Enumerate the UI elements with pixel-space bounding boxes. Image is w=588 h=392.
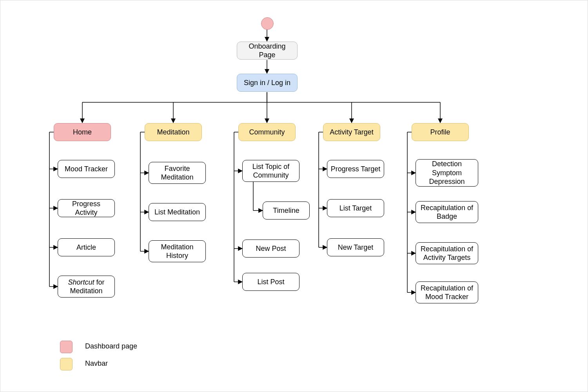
shortcut-italic: Shortcut — [68, 278, 94, 286]
node-new-target: New Target — [327, 238, 384, 256]
node-mood-tracker: Mood Tracker — [58, 160, 115, 178]
node-list-topic-community: List Topic of Community — [242, 160, 299, 182]
node-detection-symptom: Detection Symptom Depression — [416, 159, 478, 187]
node-shortcut-meditation: Shortcut for Meditation — [58, 276, 115, 298]
node-new-post: New Post — [242, 240, 299, 258]
legend-swatch-dashboard — [60, 341, 73, 353]
node-list-target: List Target — [327, 199, 384, 217]
node-recap-badge: Recapitulation of Badge — [416, 201, 478, 223]
legend-swatch-navbar — [60, 358, 73, 370]
node-signin: Sign in / Log in — [237, 74, 298, 92]
node-article: Article — [58, 238, 115, 256]
node-community: Community — [238, 123, 296, 141]
node-meditation-history: Meditation History — [149, 240, 206, 262]
start-node — [261, 17, 274, 30]
node-list-post: List Post — [242, 273, 299, 291]
node-profile: Profile — [412, 123, 469, 141]
node-progress-target: Progress Target — [327, 160, 384, 178]
node-home: Home — [54, 123, 111, 141]
node-list-meditation: List Meditation — [149, 203, 206, 221]
node-recap-mood-tracker: Recapitulation of Mood Tracker — [416, 281, 478, 303]
legend-label-navbar: Navbar — [85, 359, 108, 368]
diagram-frame: Onboarding Page Sign in / Log in Home Mo… — [0, 0, 588, 392]
node-activity-target: Activity Target — [323, 123, 380, 141]
node-timeline: Timeline — [263, 201, 310, 220]
node-recap-activity-targets: Recapitulation of Activity Targets — [416, 242, 478, 264]
node-favorite-meditation: Favorite Meditation — [149, 162, 206, 184]
node-progress-activity: Progress Activity — [58, 199, 115, 217]
node-meditation: Meditation — [145, 123, 202, 141]
node-onboarding: Onboarding Page — [237, 42, 298, 60]
legend-label-dashboard: Dashboard page — [85, 342, 137, 350]
